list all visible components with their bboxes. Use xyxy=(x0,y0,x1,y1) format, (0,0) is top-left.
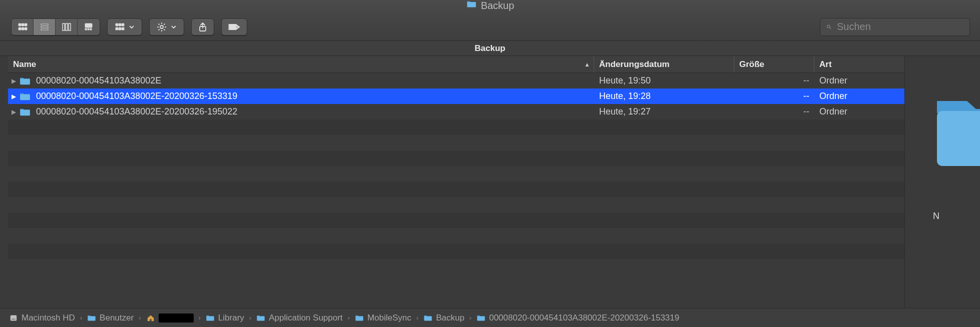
list-pane: Name ▴ Änderungsdatum Größe Art ▶0000802… xyxy=(8,56,905,308)
table-row[interactable]: ▶00008020-000454103A38002E-20200326-1950… xyxy=(8,104,904,120)
path-crumb-drive[interactable]: Macintosh HD xyxy=(9,313,75,323)
svg-rect-13 xyxy=(66,24,68,30)
svg-line-37 xyxy=(830,28,831,29)
cell-size: -- xyxy=(734,76,814,86)
action-menu-button[interactable] xyxy=(149,18,184,36)
view-list-button[interactable] xyxy=(34,19,56,35)
folder-icon xyxy=(466,0,477,8)
svg-line-31 xyxy=(164,29,165,30)
table-row[interactable]: ▶00008020-000454103A38002E-20200326-1533… xyxy=(8,88,904,104)
path-crumb-leaf[interactable]: 00008020-000454103A38002E-20200326-15331… xyxy=(476,313,679,323)
location-header: Backup xyxy=(0,41,980,56)
folder-icon xyxy=(256,314,265,322)
column-header-kind-label: Art xyxy=(819,60,832,70)
preview-caption: N xyxy=(933,211,939,222)
file-rows: ▶00008020-000454103A38002EHeute, 19:50--… xyxy=(8,73,904,308)
window-titlebar: Backup xyxy=(0,0,980,13)
share-button[interactable] xyxy=(191,18,214,36)
search-field[interactable] xyxy=(820,18,970,36)
chevron-right-icon: › xyxy=(249,314,251,322)
chevron-right-icon: › xyxy=(80,314,82,322)
folder-icon xyxy=(423,314,432,322)
view-gallery-button[interactable] xyxy=(78,19,100,35)
svg-rect-18 xyxy=(90,28,92,30)
cell-date: Heute, 19:50 xyxy=(594,76,734,86)
empty-row xyxy=(8,244,904,259)
search-icon xyxy=(826,22,832,32)
disclosure-triangle-icon[interactable]: ▶ xyxy=(8,93,19,100)
path-crumb-label: Benutzer xyxy=(100,313,134,323)
empty-row xyxy=(8,120,904,135)
svg-point-35 xyxy=(236,26,238,28)
chevron-down-icon xyxy=(129,24,135,30)
column-header-name[interactable]: Name ▴ xyxy=(8,56,594,72)
view-mode-group xyxy=(11,18,100,36)
path-crumb-library[interactable]: Library xyxy=(206,313,244,323)
empty-row xyxy=(8,135,904,150)
preview-folder-icon xyxy=(933,91,980,171)
path-crumb-label: MobileSync xyxy=(367,313,411,323)
share-icon xyxy=(198,22,208,32)
column-header-date[interactable]: Änderungsdatum xyxy=(594,56,734,72)
gear-icon xyxy=(157,22,167,32)
svg-rect-24 xyxy=(122,28,124,30)
preview-pane: N xyxy=(905,56,980,308)
cell-date: Heute, 19:27 xyxy=(594,106,734,117)
folder-icon xyxy=(206,314,215,322)
tags-button[interactable] xyxy=(221,18,247,36)
column-header-kind[interactable]: Art xyxy=(814,56,904,72)
path-crumb-mobilesync[interactable]: MobileSync xyxy=(355,313,411,323)
path-crumb-label: Application Support xyxy=(269,313,342,323)
disclosure-triangle-icon[interactable]: ▶ xyxy=(8,108,19,116)
svg-rect-22 xyxy=(116,28,118,30)
cell-kind: Ordner xyxy=(814,106,904,117)
tag-icon xyxy=(228,23,241,31)
column-header-size[interactable]: Größe xyxy=(734,56,814,72)
svg-rect-21 xyxy=(122,24,124,26)
svg-rect-23 xyxy=(119,28,121,30)
svg-line-32 xyxy=(159,29,160,30)
chevron-right-icon: › xyxy=(416,314,418,322)
left-gutter xyxy=(0,56,8,308)
svg-rect-11 xyxy=(41,29,48,30)
column-header-date-label: Änderungsdatum xyxy=(599,60,670,70)
svg-rect-7 xyxy=(22,28,24,30)
svg-point-25 xyxy=(160,26,163,28)
view-grid-button[interactable] xyxy=(12,19,34,35)
cell-name: 00008020-000454103A38002E-20200326-15331… xyxy=(36,91,594,102)
svg-rect-12 xyxy=(63,24,65,30)
path-crumb-label: Macintosh HD xyxy=(22,313,75,323)
svg-rect-4 xyxy=(22,24,24,26)
svg-rect-9 xyxy=(41,24,48,25)
cell-size: -- xyxy=(734,91,814,102)
svg-rect-20 xyxy=(119,24,121,26)
folder-icon xyxy=(19,108,31,116)
empty-row xyxy=(8,212,904,228)
search-input[interactable] xyxy=(837,21,963,32)
folder-icon xyxy=(355,314,364,322)
view-columns-button[interactable] xyxy=(56,19,78,35)
chevron-right-icon: › xyxy=(199,314,201,322)
cell-name: 00008020-000454103A38002E xyxy=(36,76,594,86)
svg-line-30 xyxy=(159,24,160,24)
svg-rect-17 xyxy=(88,28,89,30)
column-headers: Name ▴ Änderungsdatum Größe Art xyxy=(8,56,904,73)
toolbar xyxy=(0,13,980,41)
table-row[interactable]: ▶00008020-000454103A38002EHeute, 19:50--… xyxy=(8,73,904,88)
path-crumb-label: 00008020-000454103A38002E-20200326-15331… xyxy=(489,313,679,323)
path-crumb-appsupport[interactable]: Application Support xyxy=(256,313,342,323)
folder-icon xyxy=(19,92,31,101)
svg-rect-38 xyxy=(937,111,980,166)
empty-row xyxy=(8,228,904,244)
svg-rect-15 xyxy=(85,24,92,28)
path-crumb-backup[interactable]: Backup xyxy=(423,313,464,323)
svg-rect-10 xyxy=(41,26,48,28)
path-crumb-users[interactable]: Benutzer xyxy=(87,313,134,323)
path-bar: Macintosh HD › Benutzer › › Library › Ap… xyxy=(0,308,980,327)
home-icon xyxy=(146,314,155,322)
path-crumb-home[interactable] xyxy=(146,314,194,322)
sort-indicator-icon: ▴ xyxy=(586,61,589,68)
group-by-button[interactable] xyxy=(107,18,142,36)
disclosure-triangle-icon[interactable]: ▶ xyxy=(8,78,19,84)
svg-rect-5 xyxy=(25,24,27,26)
